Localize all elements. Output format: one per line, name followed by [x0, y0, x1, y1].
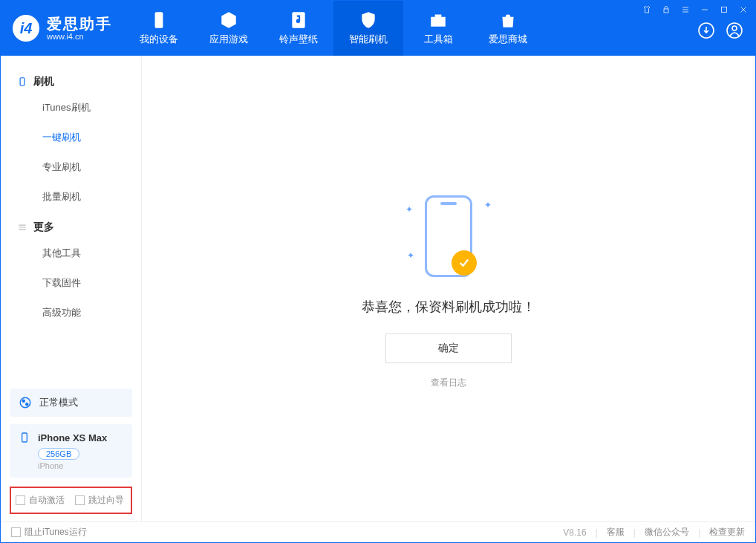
svg-rect-0 [155, 12, 163, 28]
nav-label: 工具箱 [424, 33, 453, 46]
sidebar-item-pro-flash[interactable]: 专业刷机 [1, 152, 141, 182]
device-type: iPhone [38, 461, 123, 470]
svg-point-10 [26, 403, 28, 406]
sparkle-icon: ✦ [484, 200, 492, 210]
lock-icon[interactable] [662, 5, 671, 14]
success-illustration: ✦ ✦ ✦ [389, 188, 508, 284]
device-row: iPhone XS Max [19, 432, 123, 443]
logo-icon: i4 [13, 15, 39, 42]
svg-rect-7 [20, 78, 25, 86]
separator: | [596, 527, 598, 538]
version-label: V8.16 [563, 527, 586, 538]
device-storage-badge: 256GB [38, 448, 79, 460]
menu-icon[interactable] [681, 5, 690, 14]
separator: | [698, 527, 700, 538]
mode-card[interactable]: 正常模式 [10, 388, 132, 417]
checkbox-auto-activate[interactable]: 自动激活 [16, 494, 65, 507]
app-name-cn: 爱思助手 [47, 16, 112, 32]
separator: | [633, 527, 636, 538]
sparkle-icon: ✦ [407, 250, 414, 261]
cube-icon [219, 10, 238, 30]
shield-refresh-icon [359, 10, 378, 30]
nav-label: 应用游戏 [209, 33, 248, 46]
check-update-link[interactable]: 检查更新 [709, 526, 745, 539]
phone-small-icon [19, 432, 30, 443]
nav-label: 智能刷机 [349, 33, 388, 46]
checkbox-label: 自动激活 [29, 494, 65, 507]
support-link[interactable]: 客服 [607, 526, 625, 539]
checkbox-box-icon [75, 495, 85, 505]
svg-point-8 [20, 397, 30, 408]
top-nav: 我的设备 应用游戏 铃声壁纸 智能刷机 工具箱 爱思商城 [124, 1, 543, 56]
app-logo: i4 爱思助手 www.i4.cn [1, 1, 124, 56]
list-icon [17, 222, 27, 233]
sidebar-options-highlight: 自动激活 跳过向导 [10, 487, 132, 514]
wechat-link[interactable]: 微信公众号 [645, 526, 689, 539]
header-right [642, 1, 755, 56]
checkbox-skip-guide[interactable]: 跳过向导 [75, 494, 124, 507]
toolbox-icon [428, 10, 448, 30]
tshirt-icon[interactable] [642, 5, 651, 14]
nav-my-device[interactable]: 我的设备 [124, 1, 194, 56]
maximize-icon[interactable] [720, 5, 729, 14]
checkbox-box-icon [16, 495, 25, 505]
phone-icon [149, 10, 169, 30]
checkbox-label: 阻止iTunes运行 [25, 526, 87, 539]
sidebar-group-label: 更多 [33, 221, 54, 234]
nav-ringtones-wallpapers[interactable]: 铃声壁纸 [264, 1, 333, 56]
mode-label: 正常模式 [39, 396, 78, 409]
sparkle-icon: ✦ [405, 204, 413, 215]
nav-store[interactable]: 爱思商城 [473, 1, 543, 56]
nav-smart-flash[interactable]: 智能刷机 [333, 1, 403, 56]
device-name: iPhone XS Max [38, 432, 107, 443]
nav-label: 我的设备 [140, 33, 178, 46]
svg-point-9 [22, 400, 25, 402]
device-card[interactable]: iPhone XS Max 256GB iPhone [10, 424, 132, 478]
svg-point-6 [732, 26, 737, 30]
nav-apps-games[interactable]: 应用游戏 [194, 1, 264, 56]
device-icon [17, 77, 27, 87]
main-pane: ✦ ✦ ✦ 恭喜您，保资料刷机成功啦！ 确定 查看日志 [142, 56, 755, 521]
success-message: 恭喜您，保资料刷机成功啦！ [362, 298, 535, 316]
view-log-link[interactable]: 查看日志 [431, 377, 466, 389]
nav-label: 铃声壁纸 [279, 33, 318, 46]
user-icon[interactable] [726, 22, 743, 39]
status-bar: 阻止iTunes运行 V8.16 | 客服 | 微信公众号 | 检查更新 [1, 521, 755, 542]
sidebar-item-download-firmware[interactable]: 下载固件 [1, 268, 141, 298]
checkbox-label: 跳过向导 [88, 494, 124, 507]
ok-button[interactable]: 确定 [385, 334, 512, 363]
app-body: 刷机 iTunes刷机 一键刷机 专业刷机 批量刷机 更多 其他工具 下载固件 … [1, 56, 755, 521]
sidebar-item-advanced[interactable]: 高级功能 [1, 298, 141, 328]
nav-toolbox[interactable]: 工具箱 [403, 1, 473, 56]
sidebar-item-other-tools[interactable]: 其他工具 [1, 238, 141, 268]
svg-rect-11 [22, 433, 27, 442]
sidebar: 刷机 iTunes刷机 一键刷机 专业刷机 批量刷机 更多 其他工具 下载固件 … [1, 56, 142, 521]
sidebar-item-oneclick-flash[interactable]: 一键刷机 [1, 123, 141, 152]
device-cards: 正常模式 iPhone XS Max 256GB iPhone [1, 381, 141, 487]
download-icon[interactable] [697, 22, 715, 39]
minimize-icon[interactable] [700, 5, 709, 14]
bag-icon [498, 10, 518, 30]
sidebar-group-more: 更多 [1, 212, 141, 238]
mode-icon [19, 396, 32, 409]
checkbox-block-itunes[interactable]: 阻止iTunes运行 [11, 526, 87, 539]
sidebar-scroll: 刷机 iTunes刷机 一键刷机 专业刷机 批量刷机 更多 其他工具 下载固件 … [1, 56, 141, 381]
sidebar-group-label: 刷机 [33, 75, 54, 88]
sidebar-item-itunes-flash[interactable]: iTunes刷机 [1, 93, 141, 123]
checkbox-box-icon [11, 527, 21, 537]
svg-rect-2 [664, 9, 668, 13]
success-check-icon [452, 250, 477, 276]
app-header: i4 爱思助手 www.i4.cn 我的设备 应用游戏 铃声壁纸 智能刷机 工具… [1, 1, 755, 56]
app-name-en: www.i4.cn [47, 32, 112, 41]
nav-label: 爱思商城 [489, 33, 527, 46]
account-controls [697, 22, 748, 39]
close-icon[interactable] [739, 5, 748, 14]
svg-rect-3 [722, 7, 727, 13]
window-controls [642, 5, 748, 14]
music-note-icon [289, 10, 308, 30]
phone-notch-icon [440, 202, 457, 205]
sidebar-group-flash: 刷机 [1, 66, 141, 93]
sidebar-item-batch-flash[interactable]: 批量刷机 [1, 182, 141, 212]
logo-text: 爱思助手 www.i4.cn [47, 16, 112, 41]
